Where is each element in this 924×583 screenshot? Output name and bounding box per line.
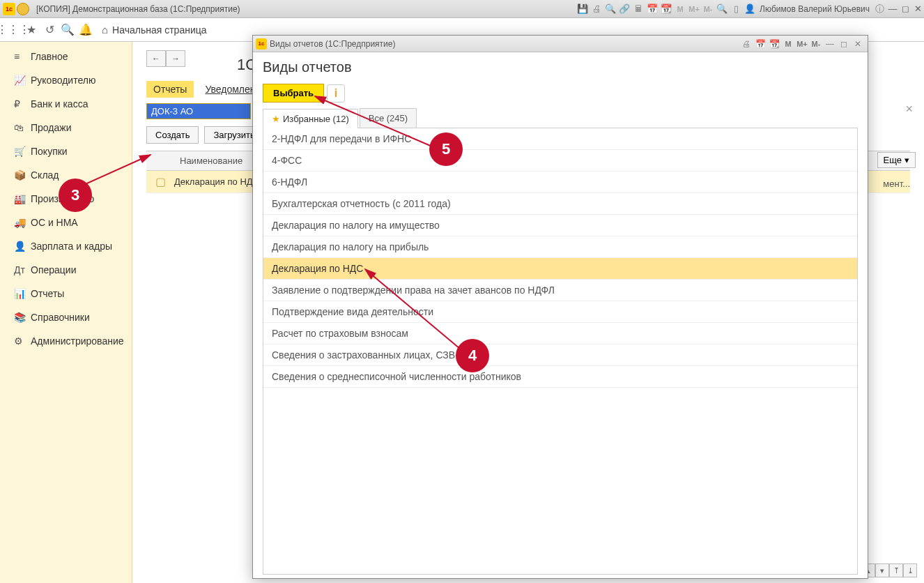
annotation-3: 3 — [59, 179, 92, 212]
app-titlebar: 1c [КОПИЯ] Демонстрационная база (1С:Пре… — [0, 0, 924, 18]
sidebar-item[interactable]: 📚Справочники — [0, 305, 132, 329]
bell-icon[interactable]: 🔔 — [77, 21, 95, 39]
close-tab-icon[interactable]: × — [905, 102, 913, 116]
sidebar-label: Покупки — [31, 146, 68, 157]
sidebar-item[interactable]: 🛒Покупки — [0, 139, 132, 163]
sidebar-icon: ₽ — [14, 98, 31, 109]
dialog-logo-icon: 1c — [256, 38, 267, 50]
sidebar-icon: 🛍 — [14, 122, 31, 133]
apps-icon[interactable]: ⋮⋮⋮ — [4, 21, 22, 39]
tab-all[interactable]: Все (245) — [360, 108, 417, 128]
sidebar-item[interactable]: 🚚ОС и НМА — [0, 211, 132, 234]
filter-input[interactable] — [146, 103, 251, 119]
sidebar-label: Справочники — [31, 312, 90, 323]
date-icon[interactable]: 📆 — [659, 3, 673, 14]
sidebar-item[interactable]: ⚙Администрирование — [0, 329, 132, 353]
chevron-down-icon: ▾ — [904, 155, 909, 165]
sidebar-label: Руководителю — [31, 75, 95, 86]
search-doc-icon[interactable]: 🔍 — [603, 3, 617, 14]
tab-reports[interactable]: Отчеты — [146, 81, 194, 98]
zoom-icon[interactable]: 🔍 — [715, 3, 729, 14]
sidebar-label: Склад — [31, 169, 59, 181]
sidebar-item[interactable]: 📈Руководителю — [0, 68, 132, 92]
more-button[interactable]: Еще ▾ — [877, 152, 916, 168]
calc-icon[interactable]: 🖩 — [631, 3, 645, 14]
sidebar-item[interactable]: ₽Банк и касса — [0, 92, 132, 116]
back-button[interactable]: ← — [146, 50, 166, 67]
annotation-5: 5 — [429, 132, 463, 166]
dialog-m-icon[interactable]: M — [781, 40, 795, 48]
sidebar-icon: 🚚 — [14, 217, 31, 228]
dialog-calendar-icon[interactable]: 📅 — [753, 39, 767, 49]
close-icon[interactable]: ✕ — [911, 3, 924, 14]
link-icon[interactable]: 🔗 — [617, 3, 631, 14]
m-minus-icon[interactable]: M- — [701, 5, 715, 13]
app-title: [КОПИЯ] Демонстрационная база (1С:Предпр… — [36, 4, 240, 14]
forward-button[interactable]: → — [166, 50, 185, 67]
report-item[interactable]: Бухгалтерская отчетность (с 2011 года) — [263, 193, 857, 215]
scroll-bottom-icon[interactable]: ⤓ — [903, 563, 917, 577]
sidebar-item[interactable]: 🛍Продажи — [0, 116, 132, 139]
dialog-mminus-icon[interactable]: M- — [809, 40, 823, 48]
dropdown-icon[interactable] — [17, 3, 29, 15]
save-icon[interactable]: 💾 — [576, 3, 590, 14]
panel-icon[interactable]: ▯ — [729, 3, 743, 14]
report-item[interactable]: 6-НДФЛ — [263, 172, 857, 193]
info-button[interactable]: i — [327, 84, 345, 103]
report-item[interactable]: Расчет по страховым взносам — [263, 323, 857, 344]
sidebar-icon: ⚙ — [14, 335, 31, 347]
info-icon[interactable]: ⓘ — [872, 3, 886, 15]
report-item[interactable]: Заявление о подтверждении права на зачет… — [263, 280, 857, 301]
select-button[interactable]: Выбрать — [263, 84, 324, 103]
scroll-down-icon[interactable]: ▾ — [875, 563, 889, 577]
report-item[interactable]: Декларация по налогу на прибыль — [263, 236, 857, 258]
star-icon[interactable]: ★ — [22, 21, 40, 39]
sidebar-item[interactable]: ДтОперации — [0, 258, 132, 282]
column-comment: мент... — [883, 179, 910, 189]
sidebar-label: ОС и НМА — [31, 217, 78, 228]
report-item[interactable]: Подтверждение вида деятельности — [263, 301, 857, 323]
create-button[interactable]: Создать — [146, 126, 199, 144]
report-item[interactable]: Сведения о среднесписочной численности р… — [263, 366, 857, 388]
report-item[interactable]: 2-НДФЛ для передачи в ИФНС — [263, 128, 857, 150]
history-icon[interactable]: ↺ — [40, 21, 59, 39]
maximize-icon[interactable]: ◻ — [899, 3, 911, 14]
tab-favorites[interactable]: ★ Избранные (12) — [263, 109, 358, 128]
report-item[interactable]: Декларация по НДС — [263, 258, 857, 280]
report-item[interactable]: 4-ФСС — [263, 150, 857, 172]
calendar-icon[interactable]: 📅 — [645, 3, 659, 14]
sidebar-item[interactable]: 👤Зарплата и кадры — [0, 234, 132, 258]
dialog-mplus-icon[interactable]: M+ — [795, 40, 809, 48]
dialog-close-icon[interactable]: ✕ — [851, 39, 865, 49]
home-icon: ⌂ — [102, 24, 108, 36]
sidebar-icon: 🛒 — [14, 146, 31, 157]
sidebar-label: Операции — [31, 264, 77, 275]
sidebar-item[interactable]: ≡Главное — [0, 45, 132, 68]
m-plus-icon[interactable]: M+ — [687, 5, 701, 13]
sidebar-label: Продажи — [31, 122, 71, 133]
sidebar-icon: 📦 — [14, 169, 31, 181]
sidebar-icon: ≡ — [14, 51, 31, 62]
home-breadcrumb[interactable]: ⌂ Начальная страница — [102, 24, 207, 36]
dialog-minimize-icon[interactable]: — — [823, 39, 837, 49]
sidebar-label: Администрирование — [31, 335, 124, 347]
dialog-maximize-icon[interactable]: ◻ — [837, 39, 851, 49]
scroll-buttons: ▴ ▾ ⤒ ⤓ — [861, 563, 917, 577]
star-icon: ★ — [272, 114, 280, 124]
report-item[interactable]: Декларация по налогу на имущество — [263, 215, 857, 236]
left-sidebar: ≡Главное📈Руководителю₽Банк и касса🛍Прода… — [0, 42, 132, 583]
m-icon[interactable]: M — [673, 5, 687, 13]
document-icon: ▢ — [146, 175, 174, 188]
report-item[interactable]: Сведения о застрахованных лицах, СЗВ-М — [263, 344, 857, 366]
scroll-top-icon[interactable]: ⤒ — [889, 563, 903, 577]
minimize-icon[interactable]: — — [886, 3, 899, 14]
sidebar-label: Зарплата и кадры — [31, 241, 112, 252]
user-icon: 👤 — [743, 3, 757, 14]
dialog-date-icon[interactable]: 📆 — [767, 39, 781, 49]
dialog-print-icon[interactable]: 🖨 — [739, 39, 753, 49]
print-icon[interactable]: 🖨 — [590, 3, 603, 14]
sidebar-item[interactable]: 📊Отчеты — [0, 282, 132, 305]
dialog-title: Виды отчетов (1С:Предприятие) — [270, 39, 395, 49]
user-name[interactable]: Любимов Валерий Юрьевич — [760, 4, 870, 14]
search-icon[interactable]: 🔍 — [59, 21, 77, 39]
